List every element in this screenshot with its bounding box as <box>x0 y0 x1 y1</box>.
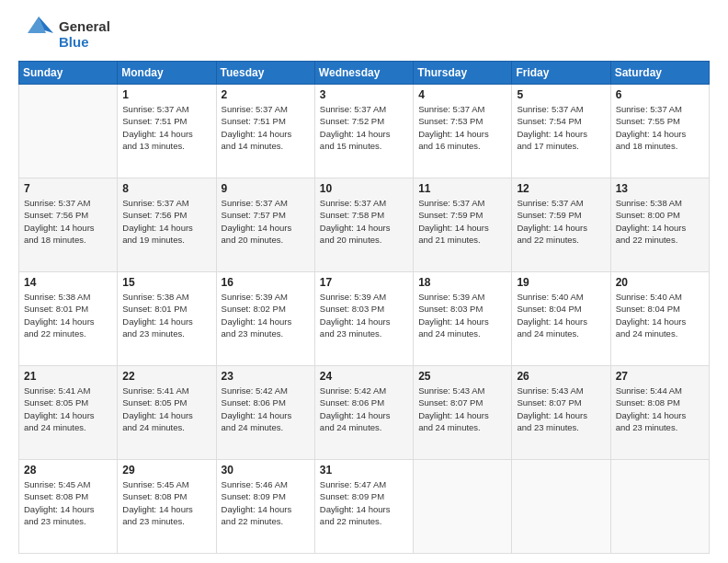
calendar-week-row-1: 1Sunrise: 5:37 AMSunset: 7:51 PMDaylight… <box>19 85 710 178</box>
day-info: Sunrise: 5:39 AMSunset: 8:02 PMDaylight:… <box>222 291 310 339</box>
day-info: Sunrise: 5:39 AMSunset: 8:03 PMDaylight:… <box>320 291 408 339</box>
day-info: Sunrise: 5:37 AMSunset: 7:56 PMDaylight:… <box>24 197 112 246</box>
logo: GeneralBlue <box>18 15 110 53</box>
day-number: 18 <box>418 276 506 289</box>
calendar-header-wednesday: Wednesday <box>314 62 413 85</box>
day-info: Sunrise: 5:38 AMSunset: 8:01 PMDaylight:… <box>24 291 112 339</box>
calendar-cell: 11Sunrise: 5:37 AMSunset: 7:59 PMDayligh… <box>414 178 512 272</box>
calendar-week-row-2: 7Sunrise: 5:37 AMSunset: 7:56 PMDaylight… <box>19 178 710 272</box>
calendar-cell: 29Sunrise: 5:45 AMSunset: 8:08 PMDayligh… <box>118 460 216 554</box>
calendar-header-thursday: Thursday <box>414 62 512 85</box>
calendar-header-saturday: Saturday <box>610 62 709 85</box>
day-number: 4 <box>418 88 506 101</box>
day-info: Sunrise: 5:43 AMSunset: 8:07 PMDaylight:… <box>517 385 605 433</box>
day-number: 5 <box>517 88 605 101</box>
day-info: Sunrise: 5:37 AMSunset: 7:54 PMDaylight:… <box>517 103 605 152</box>
day-number: 2 <box>222 88 310 101</box>
logo-blue: Blue <box>59 34 110 50</box>
calendar-header-row: SundayMondayTuesdayWednesdayThursdayFrid… <box>19 62 710 85</box>
calendar-week-row-3: 14Sunrise: 5:38 AMSunset: 8:01 PMDayligh… <box>19 272 710 366</box>
day-info: Sunrise: 5:43 AMSunset: 8:07 PMDaylight:… <box>418 385 506 433</box>
calendar-cell: 19Sunrise: 5:40 AMSunset: 8:04 PMDayligh… <box>512 272 610 366</box>
day-number: 19 <box>517 276 605 289</box>
day-info: Sunrise: 5:37 AMSunset: 7:56 PMDaylight:… <box>122 197 210 246</box>
page: GeneralBlue SundayMondayTuesdayWednesday… <box>0 0 728 563</box>
day-info: Sunrise: 5:39 AMSunset: 8:03 PMDaylight:… <box>418 291 506 339</box>
day-info: Sunrise: 5:37 AMSunset: 7:51 PMDaylight:… <box>222 103 310 152</box>
calendar-table: SundayMondayTuesdayWednesdayThursdayFrid… <box>18 61 710 554</box>
day-info: Sunrise: 5:42 AMSunset: 8:06 PMDaylight:… <box>222 385 310 433</box>
calendar-cell: 25Sunrise: 5:43 AMSunset: 8:07 PMDayligh… <box>414 366 512 460</box>
day-number: 6 <box>616 88 704 101</box>
day-number: 13 <box>616 182 704 195</box>
day-info: Sunrise: 5:37 AMSunset: 7:59 PMDaylight:… <box>418 197 506 246</box>
calendar-header-friday: Friday <box>512 62 610 85</box>
calendar-cell: 24Sunrise: 5:42 AMSunset: 8:06 PMDayligh… <box>314 366 413 460</box>
logo-svg <box>18 15 55 53</box>
day-number: 28 <box>24 464 112 477</box>
calendar-cell: 22Sunrise: 5:41 AMSunset: 8:05 PMDayligh… <box>118 366 216 460</box>
day-number: 9 <box>222 182 310 195</box>
calendar-cell <box>512 460 610 554</box>
day-number: 27 <box>616 370 704 383</box>
day-number: 29 <box>122 464 210 477</box>
day-info: Sunrise: 5:45 AMSunset: 8:08 PMDaylight:… <box>122 478 210 527</box>
calendar-cell: 3Sunrise: 5:37 AMSunset: 7:52 PMDaylight… <box>314 85 413 178</box>
day-number: 22 <box>122 370 210 383</box>
day-info: Sunrise: 5:38 AMSunset: 8:00 PMDaylight:… <box>616 197 704 246</box>
calendar-cell: 5Sunrise: 5:37 AMSunset: 7:54 PMDaylight… <box>512 85 610 178</box>
day-number: 8 <box>122 182 210 195</box>
calendar-cell: 28Sunrise: 5:45 AMSunset: 8:08 PMDayligh… <box>19 460 118 554</box>
calendar-header-monday: Monday <box>118 62 216 85</box>
day-number: 26 <box>517 370 605 383</box>
day-number: 3 <box>320 88 408 101</box>
day-number: 24 <box>320 370 408 383</box>
day-number: 1 <box>122 88 210 101</box>
day-number: 23 <box>222 370 310 383</box>
day-info: Sunrise: 5:38 AMSunset: 8:01 PMDaylight:… <box>122 291 210 339</box>
day-number: 11 <box>418 182 506 195</box>
calendar-cell: 10Sunrise: 5:37 AMSunset: 7:58 PMDayligh… <box>314 178 413 272</box>
calendar-cell <box>610 460 709 554</box>
day-number: 16 <box>222 276 310 289</box>
calendar-cell: 2Sunrise: 5:37 AMSunset: 7:51 PMDaylight… <box>216 85 314 178</box>
calendar-cell: 1Sunrise: 5:37 AMSunset: 7:51 PMDaylight… <box>118 85 216 178</box>
calendar-cell: 27Sunrise: 5:44 AMSunset: 8:08 PMDayligh… <box>610 366 709 460</box>
calendar-cell <box>414 460 512 554</box>
calendar-cell: 31Sunrise: 5:47 AMSunset: 8:09 PMDayligh… <box>314 460 413 554</box>
day-info: Sunrise: 5:40 AMSunset: 8:04 PMDaylight:… <box>616 291 704 339</box>
calendar-cell: 12Sunrise: 5:37 AMSunset: 7:59 PMDayligh… <box>512 178 610 272</box>
day-number: 14 <box>24 276 112 289</box>
calendar-cell: 6Sunrise: 5:37 AMSunset: 7:55 PMDaylight… <box>610 85 709 178</box>
day-info: Sunrise: 5:42 AMSunset: 8:06 PMDaylight:… <box>320 385 408 433</box>
calendar-cell: 15Sunrise: 5:38 AMSunset: 8:01 PMDayligh… <box>118 272 216 366</box>
calendar-cell: 21Sunrise: 5:41 AMSunset: 8:05 PMDayligh… <box>19 366 118 460</box>
day-info: Sunrise: 5:46 AMSunset: 8:09 PMDaylight:… <box>222 478 310 527</box>
day-number: 15 <box>122 276 210 289</box>
calendar-cell: 17Sunrise: 5:39 AMSunset: 8:03 PMDayligh… <box>314 272 413 366</box>
day-number: 10 <box>320 182 408 195</box>
calendar-cell: 26Sunrise: 5:43 AMSunset: 8:07 PMDayligh… <box>512 366 610 460</box>
calendar-cell: 14Sunrise: 5:38 AMSunset: 8:01 PMDayligh… <box>19 272 118 366</box>
calendar-cell <box>19 85 118 178</box>
day-number: 7 <box>24 182 112 195</box>
calendar-cell: 8Sunrise: 5:37 AMSunset: 7:56 PMDaylight… <box>118 178 216 272</box>
day-number: 21 <box>24 370 112 383</box>
calendar-cell: 13Sunrise: 5:38 AMSunset: 8:00 PMDayligh… <box>610 178 709 272</box>
header: GeneralBlue <box>18 15 710 53</box>
calendar-cell: 16Sunrise: 5:39 AMSunset: 8:02 PMDayligh… <box>216 272 314 366</box>
calendar-cell: 20Sunrise: 5:40 AMSunset: 8:04 PMDayligh… <box>610 272 709 366</box>
calendar-header-tuesday: Tuesday <box>216 62 314 85</box>
day-info: Sunrise: 5:44 AMSunset: 8:08 PMDaylight:… <box>616 385 704 433</box>
day-info: Sunrise: 5:45 AMSunset: 8:08 PMDaylight:… <box>24 478 112 527</box>
day-number: 17 <box>320 276 408 289</box>
day-info: Sunrise: 5:37 AMSunset: 7:55 PMDaylight:… <box>616 103 704 152</box>
day-info: Sunrise: 5:37 AMSunset: 7:53 PMDaylight:… <box>418 103 506 152</box>
day-info: Sunrise: 5:37 AMSunset: 7:51 PMDaylight:… <box>122 103 210 152</box>
calendar-cell: 23Sunrise: 5:42 AMSunset: 8:06 PMDayligh… <box>216 366 314 460</box>
calendar-cell: 9Sunrise: 5:37 AMSunset: 7:57 PMDaylight… <box>216 178 314 272</box>
logo-general: General <box>59 18 110 34</box>
day-info: Sunrise: 5:40 AMSunset: 8:04 PMDaylight:… <box>517 291 605 339</box>
day-info: Sunrise: 5:47 AMSunset: 8:09 PMDaylight:… <box>320 478 408 527</box>
calendar-cell: 7Sunrise: 5:37 AMSunset: 7:56 PMDaylight… <box>19 178 118 272</box>
